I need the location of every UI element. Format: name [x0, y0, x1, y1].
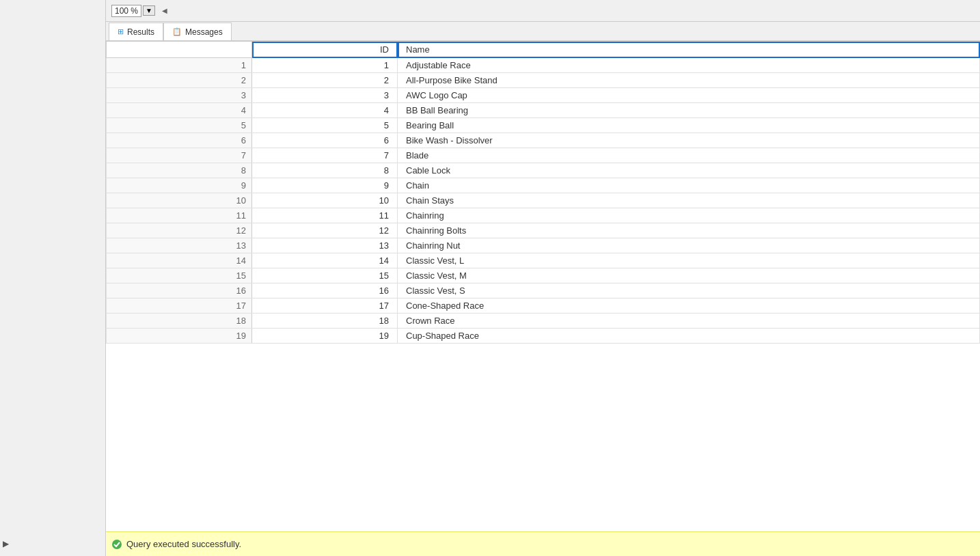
scroll-left-icon[interactable]: ◀	[162, 7, 167, 14]
cell-rownum: 7	[107, 148, 252, 163]
cell-name: Classic Vest, L	[398, 253, 980, 268]
table-row[interactable]: 88Cable Lock	[107, 163, 980, 178]
cell-rownum: 12	[107, 223, 252, 238]
cell-name: Classic Vest, M	[398, 268, 980, 283]
data-table: ID Name 11Adjustable Race22All-Purpose B…	[106, 41, 980, 344]
cell-name: Chain Stays	[398, 193, 980, 208]
column-header-id[interactable]: ID	[252, 42, 398, 58]
tab-messages[interactable]: 📋 Messages	[163, 23, 232, 40]
cell-rownum: 10	[107, 193, 252, 208]
cell-rownum: 6	[107, 133, 252, 148]
cell-id: 16	[252, 283, 398, 298]
table-row[interactable]: 1313Chainring Nut	[107, 238, 980, 253]
table-header-row: ID Name	[107, 42, 980, 58]
cell-id: 15	[252, 268, 398, 283]
cell-id: 18	[252, 314, 398, 329]
nav-arrow-icon[interactable]: ▶	[3, 539, 9, 548]
messages-tab-icon: 📋	[172, 27, 182, 36]
cell-rownum: 9	[107, 178, 252, 193]
column-header-name[interactable]: Name	[398, 42, 980, 58]
cell-id: 6	[252, 133, 398, 148]
table-row[interactable]: 1515Classic Vest, M	[107, 268, 980, 283]
bottom-bar: ▶ Query executed successfully.	[0, 531, 980, 556]
status-bar: Query executed successfully.	[106, 531, 980, 556]
results-tab-label: Results	[127, 27, 154, 37]
cell-id: 4	[252, 103, 398, 118]
cell-name: Bike Wash - Dissolver	[398, 133, 980, 148]
cell-id: 19	[252, 329, 398, 344]
left-sidebar	[0, 0, 106, 531]
table-row[interactable]: 44BB Ball Bearing	[107, 103, 980, 118]
column-header-rownum	[107, 42, 252, 58]
cell-rownum: 19	[107, 329, 252, 344]
table-row[interactable]: 77Blade	[107, 148, 980, 163]
cell-rownum: 4	[107, 103, 252, 118]
cell-rownum: 13	[107, 238, 252, 253]
table-row[interactable]: 1616Classic Vest, S	[107, 283, 980, 298]
cell-name: Chainring Bolts	[398, 223, 980, 238]
cell-name: AWC Logo Cap	[398, 88, 980, 103]
status-success-icon	[111, 538, 122, 551]
zoom-dropdown-icon[interactable]: ▼	[143, 5, 155, 16]
messages-tab-label: Messages	[185, 27, 223, 37]
cell-id: 10	[252, 193, 398, 208]
cell-name: Cone-Shaped Race	[398, 298, 980, 314]
table-row[interactable]: 1212Chainring Bolts	[107, 223, 980, 238]
cell-name: Adjustable Race	[398, 58, 980, 73]
cell-rownum: 5	[107, 118, 252, 133]
zoom-control[interactable]: 100 % ▼	[111, 5, 155, 17]
table-row[interactable]: 1414Classic Vest, L	[107, 253, 980, 268]
table-row[interactable]: 1919Cup-Shaped Race	[107, 329, 980, 344]
cell-rownum: 2	[107, 73, 252, 88]
results-tab-icon: ⊞	[118, 27, 124, 36]
cell-name: Blade	[398, 148, 980, 163]
cell-id: 14	[252, 253, 398, 268]
zoom-value: 100 %	[111, 5, 141, 17]
cell-rownum: 14	[107, 253, 252, 268]
cell-name: Chainring	[398, 208, 980, 223]
table-row[interactable]: 22All-Purpose Bike Stand	[107, 73, 980, 88]
cell-name: Bearing Ball	[398, 118, 980, 133]
cell-id: 2	[252, 73, 398, 88]
table-row[interactable]: 99Chain	[107, 178, 980, 193]
cell-name: Cable Lock	[398, 163, 980, 178]
cell-id: 13	[252, 238, 398, 253]
cell-rownum: 17	[107, 298, 252, 314]
tabs-bar: ⊞ Results 📋 Messages	[106, 22, 980, 41]
cell-id: 7	[252, 148, 398, 163]
table-body: 11Adjustable Race22All-Purpose Bike Stan…	[107, 58, 980, 344]
table-row[interactable]: 33AWC Logo Cap	[107, 88, 980, 103]
cell-id: 11	[252, 208, 398, 223]
cell-name: BB Ball Bearing	[398, 103, 980, 118]
cell-rownum: 15	[107, 268, 252, 283]
table-row[interactable]: 11Adjustable Race	[107, 58, 980, 73]
cell-name: Chainring Nut	[398, 238, 980, 253]
table-row[interactable]: 1111Chainring	[107, 208, 980, 223]
cell-rownum: 18	[107, 314, 252, 329]
cell-name: Crown Race	[398, 314, 980, 329]
cell-id: 1	[252, 58, 398, 73]
content-area: 100 % ▼ ◀ ⊞ Results 📋 Messages	[106, 0, 980, 531]
table-row[interactable]: 1818Crown Race	[107, 314, 980, 329]
cell-id: 3	[252, 88, 398, 103]
status-text: Query executed successfully.	[126, 539, 241, 549]
cell-rownum: 3	[107, 88, 252, 103]
tab-results[interactable]: ⊞ Results	[109, 23, 163, 40]
toolbar: 100 % ▼ ◀	[106, 0, 980, 22]
table-row[interactable]: 66Bike Wash - Dissolver	[107, 133, 980, 148]
cell-name: Classic Vest, S	[398, 283, 980, 298]
cell-name: Cup-Shaped Race	[398, 329, 980, 344]
cell-id: 12	[252, 223, 398, 238]
cell-id: 8	[252, 163, 398, 178]
cell-name: Chain	[398, 178, 980, 193]
table-row[interactable]: 55Bearing Ball	[107, 118, 980, 133]
cell-rownum: 11	[107, 208, 252, 223]
bottom-left: ▶	[0, 531, 106, 556]
table-row[interactable]: 1717Cone-Shaped Race	[107, 298, 980, 314]
cell-rownum: 8	[107, 163, 252, 178]
table-row[interactable]: 1010Chain Stays	[107, 193, 980, 208]
cell-rownum: 16	[107, 283, 252, 298]
cell-id: 17	[252, 298, 398, 314]
svg-point-0	[112, 540, 122, 549]
results-panel[interactable]: ID Name 11Adjustable Race22All-Purpose B…	[106, 41, 980, 531]
